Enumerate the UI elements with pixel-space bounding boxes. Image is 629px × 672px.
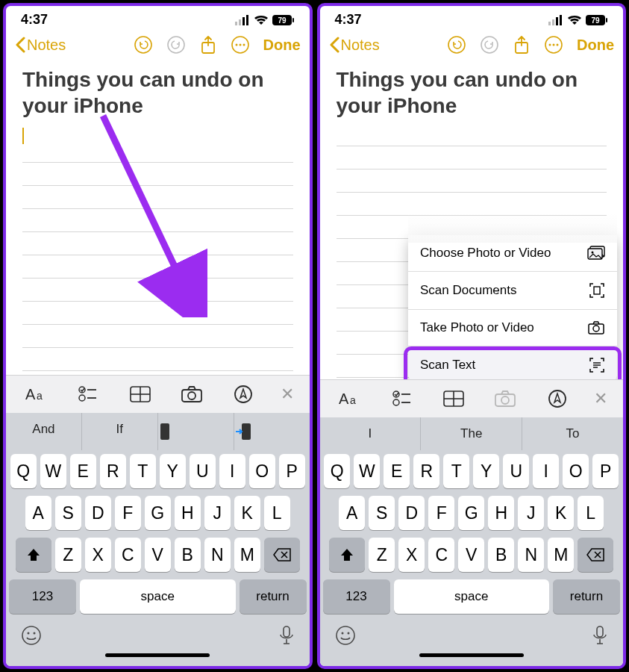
emoji-icon[interactable] (21, 625, 42, 646)
suggestion[interactable]: And (6, 413, 81, 450)
key-b[interactable]: B (488, 538, 514, 572)
key-i[interactable]: I (533, 454, 559, 488)
key-a[interactable]: A (339, 496, 365, 530)
key-j[interactable]: J (518, 496, 544, 530)
key-t[interactable]: T (130, 454, 156, 488)
key-l[interactable]: L (264, 496, 290, 530)
key-c[interactable]: C (428, 538, 454, 572)
key-d[interactable]: D (398, 496, 425, 530)
key-d[interactable]: D (85, 496, 111, 530)
key-z[interactable]: Z (55, 538, 81, 572)
shift-key[interactable] (329, 538, 365, 572)
menu-scan-documents[interactable]: Scan Documents (408, 272, 617, 310)
table-icon[interactable] (439, 388, 469, 410)
key-k[interactable]: K (234, 496, 260, 530)
back-button[interactable]: Notes (15, 37, 66, 54)
key-c[interactable]: C (115, 538, 141, 572)
space-key[interactable]: space (80, 579, 236, 614)
key-e[interactable]: E (384, 454, 410, 488)
key-m[interactable]: M (548, 538, 574, 572)
key-x[interactable]: X (85, 538, 111, 572)
suggestion[interactable]: The (420, 417, 522, 450)
close-toolbar-icon[interactable]: ✕ (594, 389, 607, 408)
key-y[interactable]: Y (473, 454, 499, 488)
key-o[interactable]: O (563, 454, 589, 488)
menu-take-photo-video[interactable]: Take Photo or Video (408, 310, 617, 346)
key-g[interactable]: G (145, 496, 171, 530)
markup-icon[interactable] (542, 388, 572, 410)
key-p[interactable]: P (592, 454, 619, 488)
key-b[interactable]: B (175, 538, 201, 572)
mic-icon[interactable] (592, 625, 608, 646)
camera-icon[interactable] (177, 383, 207, 405)
key-i[interactable]: I (219, 454, 245, 488)
key-j[interactable]: J (204, 496, 231, 530)
key-h[interactable]: H (488, 496, 514, 530)
shift-key[interactable] (16, 538, 51, 572)
key-x[interactable]: X (398, 538, 425, 572)
key-a[interactable]: A (25, 496, 51, 530)
key-f[interactable]: F (115, 496, 141, 530)
key-q[interactable]: Q (324, 454, 350, 488)
numbers-key[interactable]: 123 (9, 579, 76, 614)
key-l[interactable]: L (578, 496, 604, 530)
backspace-key[interactable] (264, 538, 300, 572)
home-indicator[interactable] (105, 653, 210, 657)
checklist-icon[interactable] (73, 383, 103, 405)
more-icon[interactable] (544, 35, 563, 55)
key-u[interactable]: U (503, 454, 529, 488)
key-v[interactable]: V (145, 538, 171, 572)
markup-icon[interactable] (228, 383, 258, 405)
checklist-icon[interactable] (387, 388, 417, 410)
space-key[interactable]: space (394, 579, 550, 614)
emoji-icon[interactable] (335, 625, 356, 646)
key-u[interactable]: U (190, 454, 216, 488)
key-y[interactable]: Y (160, 454, 186, 488)
key-e[interactable]: E (70, 454, 96, 488)
key-h[interactable]: H (175, 496, 201, 530)
note-body[interactable]: Things you can undo on your iPhone (6, 63, 310, 375)
key-f[interactable]: F (428, 496, 454, 530)
done-button[interactable]: Done (263, 37, 301, 54)
suggestion[interactable]: I (320, 417, 421, 450)
key-r[interactable]: R (100, 454, 126, 488)
more-icon[interactable] (231, 35, 250, 55)
key-w[interactable]: W (40, 454, 66, 488)
menu-scan-text[interactable]: Scan Text (408, 346, 617, 384)
close-toolbar-icon[interactable]: ✕ (281, 385, 294, 404)
undo-icon[interactable] (447, 35, 466, 55)
key-v[interactable]: V (458, 538, 484, 572)
key-k[interactable]: K (548, 496, 574, 530)
home-indicator[interactable] (419, 653, 524, 657)
key-n[interactable]: N (518, 538, 544, 572)
camera-icon[interactable] (490, 388, 520, 410)
undo-icon[interactable] (134, 35, 153, 55)
key-n[interactable]: N (204, 538, 231, 572)
suggestion-sticker[interactable] (234, 413, 310, 450)
share-icon[interactable] (199, 35, 217, 55)
text-format-icon[interactable]: Aa (335, 388, 365, 410)
share-icon[interactable] (513, 35, 531, 55)
key-s[interactable]: S (55, 496, 81, 530)
back-button[interactable]: Notes (329, 37, 380, 54)
suggestion[interactable]: If (81, 413, 157, 450)
note-body[interactable]: Things you can undo on your iPhone Choos… (320, 63, 624, 379)
numbers-key[interactable]: 123 (323, 579, 390, 614)
key-m[interactable]: M (234, 538, 260, 572)
return-key[interactable]: return (240, 579, 307, 614)
key-g[interactable]: G (458, 496, 484, 530)
backspace-key[interactable] (578, 538, 613, 572)
return-key[interactable]: return (553, 579, 620, 614)
key-w[interactable]: W (354, 454, 380, 488)
key-o[interactable]: O (249, 454, 275, 488)
table-icon[interactable] (125, 383, 155, 405)
key-s[interactable]: S (369, 496, 395, 530)
key-r[interactable]: R (413, 454, 439, 488)
suggestion[interactable]: To (522, 417, 623, 450)
text-format-icon[interactable]: Aa (22, 383, 51, 405)
key-p[interactable]: P (279, 454, 305, 488)
suggestion-memoji[interactable] (157, 413, 234, 450)
key-z[interactable]: Z (369, 538, 395, 572)
key-t[interactable]: T (443, 454, 469, 488)
key-q[interactable]: Q (10, 454, 37, 488)
